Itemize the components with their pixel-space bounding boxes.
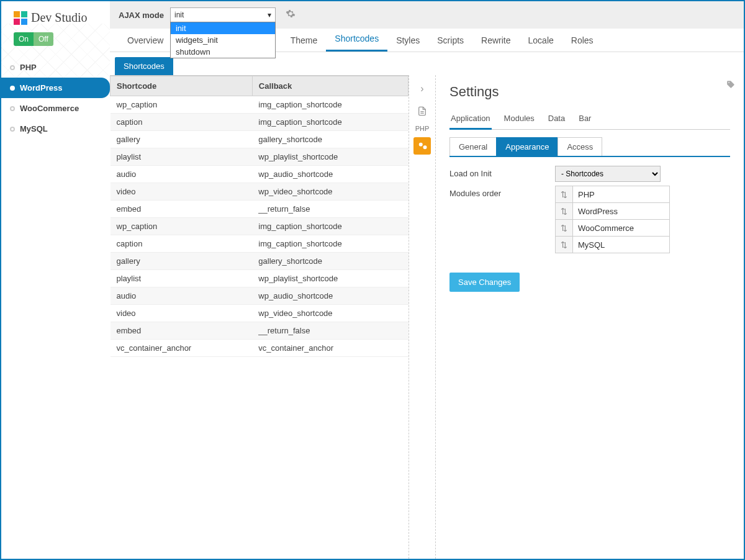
bullet-icon <box>10 65 15 70</box>
settings-tab-data[interactable]: Data <box>547 110 566 129</box>
tab-styles[interactable]: Styles <box>387 29 428 52</box>
settings-panel: Settings ApplicationModulesDataBar Gener… <box>436 75 744 559</box>
save-button[interactable]: Save Changes <box>449 273 520 292</box>
sidebar-item-mysql[interactable]: MySQL <box>1 119 110 139</box>
settings-subtab-appearance[interactable]: Appearance <box>496 137 558 156</box>
sidebar-item-woocommerce[interactable]: WooCommerce <box>1 98 110 119</box>
table-row[interactable]: wp_captionimg_caption_shortcode <box>111 218 409 235</box>
sidebar-item-wordpress[interactable]: WordPress <box>1 78 110 98</box>
settings-title: Settings <box>449 84 730 100</box>
bullet-icon <box>10 106 15 111</box>
cell-callback: img_caption_shortcode <box>252 114 408 131</box>
cell-callback: gallery_shortcode <box>252 253 408 270</box>
main: AJAX mode init ▾ initwidgets_initshutdow… <box>110 1 744 559</box>
cell-shortcode: video <box>111 183 253 201</box>
cell-callback: wp_audio_shortcode <box>252 287 408 305</box>
table-row[interactable]: audiowp_audio_shortcode <box>111 166 409 183</box>
tab-locale[interactable]: Locale <box>520 29 562 52</box>
settings-subtab-access[interactable]: Access <box>558 137 602 156</box>
tab-scripts[interactable]: Scripts <box>428 29 472 52</box>
cell-shortcode: wp_caption <box>111 96 253 114</box>
sidebar-item-php[interactable]: PHP <box>1 57 110 78</box>
settings-tab-modules[interactable]: Modules <box>503 110 536 129</box>
cell-shortcode: gallery <box>111 131 253 148</box>
on-label[interactable]: On <box>14 32 34 46</box>
tab-roles[interactable]: Roles <box>562 29 602 52</box>
ajax-mode-value: init <box>174 11 184 19</box>
module-order-item[interactable]: ⇅MySQL <box>555 236 670 253</box>
sidebar-item-label: WooCommerce <box>20 104 79 113</box>
cell-callback: gallery_shortcode <box>252 131 408 148</box>
module-order-item[interactable]: ⇅WooCommerce <box>555 219 670 237</box>
table-row[interactable]: playlistwp_playlist_shortcode <box>111 270 409 287</box>
table-row[interactable]: captionimg_caption_shortcode <box>111 114 409 131</box>
cell-shortcode: playlist <box>111 270 253 287</box>
cell-shortcode: video <box>111 305 253 322</box>
shortcodes-panel: Shortcode Callback wp_captionimg_caption… <box>110 75 409 559</box>
chevron-right-icon[interactable]: › <box>413 80 431 97</box>
cell-shortcode: vc_container_anchor <box>111 340 253 357</box>
cell-callback: wp_playlist_shortcode <box>252 270 408 287</box>
drag-handle-icon[interactable]: ⇅ <box>556 203 573 219</box>
load-on-init-label: Load on Init <box>449 166 555 182</box>
module-order-item[interactable]: ⇅PHP <box>555 186 670 203</box>
tag-icon[interactable] <box>726 80 735 91</box>
drag-handle-icon[interactable]: ⇅ <box>556 220 573 236</box>
cell-callback: wp_audio_shortcode <box>252 166 408 183</box>
cell-shortcode: wp_caption <box>111 218 253 235</box>
table-row[interactable]: wp_captionimg_caption_shortcode <box>111 96 409 114</box>
cell-shortcode: audio <box>111 166 253 183</box>
settings-tabs-secondary: GeneralAppearanceAccess <box>449 137 730 157</box>
table-row[interactable]: gallerygallery_shortcode <box>111 131 409 148</box>
sidebar: Dev Studio On Off PHPWordPressWooCommerc… <box>1 1 110 559</box>
cell-callback: img_caption_shortcode <box>252 218 408 235</box>
settings-tab-bar[interactable]: Bar <box>577 110 592 129</box>
table-row[interactable]: captionimg_caption_shortcode <box>111 235 409 253</box>
gear-icon[interactable] <box>282 9 299 22</box>
onoff-toggle[interactable]: On Off <box>14 32 110 46</box>
drag-handle-icon[interactable]: ⇅ <box>556 186 573 202</box>
dropdown-option[interactable]: shutdown <box>171 46 275 58</box>
tab-overview[interactable]: Overview <box>119 29 172 52</box>
table-row[interactable]: vc_container_anchorvc_container_anchor <box>111 340 409 357</box>
table-row[interactable]: videowp_video_shortcode <box>111 305 409 322</box>
drag-handle-icon[interactable]: ⇅ <box>556 237 573 253</box>
tab-theme[interactable]: Theme <box>282 29 327 52</box>
ajax-mode-dropdown[interactable]: initwidgets_initshutdown <box>170 22 276 58</box>
table-row[interactable]: audiowp_audio_shortcode <box>111 287 409 305</box>
module-name: PHP <box>573 190 600 199</box>
table-row[interactable]: videowp_video_shortcode <box>111 183 409 201</box>
tab-shortcodes[interactable]: Shortcodes <box>326 27 387 52</box>
ajax-mode-select[interactable]: init ▾ <box>170 7 276 22</box>
sidebar-item-label: PHP <box>20 63 37 72</box>
document-icon[interactable] <box>413 102 431 120</box>
module-name: WordPress <box>573 207 623 216</box>
chevron-down-icon: ▾ <box>268 11 271 19</box>
cell-callback: __return_false <box>252 201 408 218</box>
off-label[interactable]: Off <box>34 32 53 46</box>
subtab-shortcodes[interactable]: Shortcodes <box>115 57 173 75</box>
tab-rewrite[interactable]: Rewrite <box>472 29 519 52</box>
settings-tab-application[interactable]: Application <box>449 110 492 130</box>
cell-callback: img_caption_shortcode <box>252 96 408 114</box>
th-callback[interactable]: Callback <box>252 76 408 96</box>
table-row[interactable]: embed__return_false <box>111 201 409 218</box>
gears-icon[interactable] <box>413 137 431 155</box>
table-row[interactable]: gallerygallery_shortcode <box>111 253 409 270</box>
dropdown-option[interactable]: init <box>171 22 275 34</box>
bullet-icon <box>10 127 15 132</box>
th-shortcode[interactable]: Shortcode <box>111 76 253 96</box>
shortcodes-table: Shortcode Callback wp_captionimg_caption… <box>110 76 409 357</box>
module-order-item[interactable]: ⇅WordPress <box>555 202 670 220</box>
dropdown-option[interactable]: widgets_init <box>171 34 275 46</box>
cell-shortcode: embed <box>111 322 253 340</box>
table-row[interactable]: playlistwp_playlist_shortcode <box>111 148 409 166</box>
settings-subtab-general[interactable]: General <box>449 137 497 156</box>
cell-callback: __return_false <box>252 322 408 340</box>
logo-icon <box>14 11 27 25</box>
table-row[interactable]: embed__return_false <box>111 322 409 340</box>
rail-php-label: PHP <box>415 125 430 132</box>
cell-shortcode: audio <box>111 287 253 305</box>
cell-shortcode: caption <box>111 114 253 131</box>
load-on-init-select[interactable]: - Shortcodes <box>555 166 661 182</box>
